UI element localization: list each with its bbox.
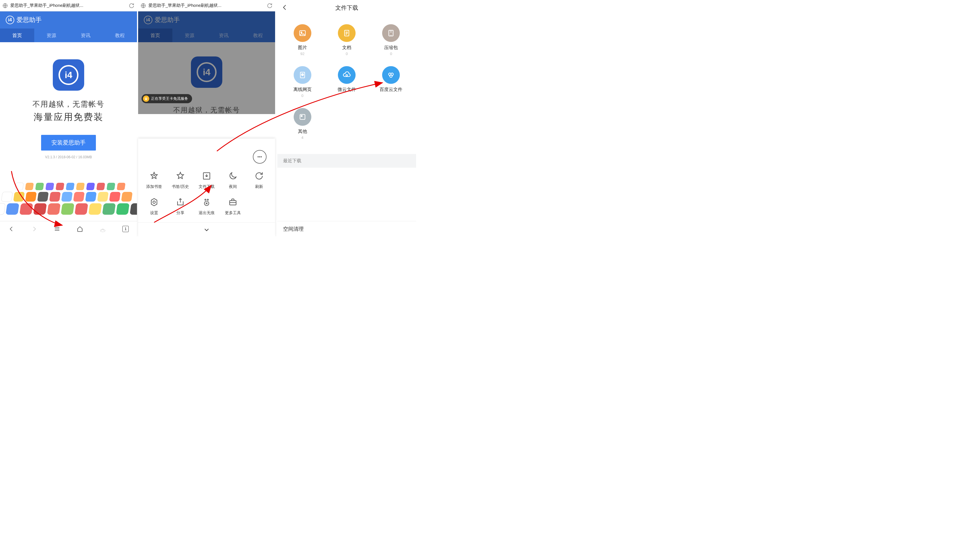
feedback-button[interactable] (253, 150, 267, 164)
svg-rect-5 (47, 203, 61, 215)
menu-bookmarks-history[interactable]: 书签/历史 (167, 170, 194, 189)
svg-rect-11 (130, 203, 137, 215)
svg-point-40 (261, 157, 262, 157)
svg-point-44 (205, 199, 206, 200)
app-meta: V2.1.3 / 2018-06-02 / 16.03MB (0, 155, 137, 159)
menu-row-1: 添加书签 书签/历史 文件下载 夜间 (138, 170, 275, 196)
recent-downloads-header: 最近下载 (277, 154, 416, 168)
category-archives[interactable]: 压缩包 0 (369, 24, 413, 56)
star-plus-icon (148, 170, 160, 182)
nav-incognito[interactable] (98, 225, 107, 233)
svg-rect-31 (96, 183, 105, 190)
tab-resources[interactable]: 资源 (34, 28, 68, 42)
svg-rect-32 (106, 183, 115, 190)
menu-night-mode[interactable]: 夜间 (220, 170, 246, 189)
menu-row-2: 设置 分享 退出无痕 更多工具 (138, 196, 275, 222)
tab-home[interactable]: 首页 (0, 28, 34, 42)
nav-tabs[interactable]: 1 (121, 225, 130, 233)
svg-rect-23 (15, 183, 24, 190)
svg-rect-20 (97, 192, 108, 202)
svg-rect-29 (76, 183, 85, 190)
svg-rect-12 (1, 192, 13, 202)
browser-bottom-nav: 1 (0, 221, 137, 237)
sheet-collapse[interactable] (138, 222, 275, 237)
menu-settings[interactable]: 设置 (141, 196, 167, 216)
storage-cleanup-button[interactable]: 空间清理 (277, 221, 416, 237)
wangka-banner[interactable]: ♛ 正在享受王卡免流服务 (141, 94, 192, 103)
svg-point-45 (207, 199, 208, 200)
install-button[interactable]: 安装爱思助手 (41, 135, 96, 150)
tab-home: 首页 (138, 28, 172, 42)
gear-icon (148, 196, 160, 208)
back-button[interactable] (282, 4, 288, 11)
category-documents[interactable]: 文档 0 (325, 24, 369, 56)
menu-more-tools[interactable]: 更多工具 (220, 196, 246, 216)
reload-icon[interactable] (128, 3, 135, 9)
globe-icon (141, 3, 146, 8)
chevron-down-icon (203, 226, 211, 233)
svg-marker-42 (151, 198, 157, 206)
toolbox-icon (227, 196, 239, 208)
tab-tutorials[interactable]: 教程 (103, 28, 137, 42)
app-icon-glyph: i4 (58, 65, 78, 85)
globe-icon (2, 3, 8, 8)
weiyun-icon (338, 66, 356, 84)
sheet-header (138, 139, 275, 170)
screenshot-2: 爱思助手_苹果助手_iPhone刷机越狱... i4爱思助手 首页 资源 资讯 … (138, 0, 275, 237)
svg-rect-25 (35, 183, 44, 190)
screenshot-1: 爱思助手_苹果助手_iPhone刷机越狱... i4 爱思助手 首页 资源 资讯… (0, 0, 137, 237)
nav-menu[interactable] (53, 225, 61, 233)
svg-rect-10 (116, 203, 129, 215)
incognito-exit-icon (201, 196, 212, 208)
star-icon (174, 170, 186, 182)
nav-forward[interactable] (30, 225, 38, 233)
address-bar[interactable]: 爱思助手_苹果助手_iPhone刷机越狱... (0, 0, 137, 12)
menu-file-download[interactable]: 文件下载 (194, 170, 220, 189)
moon-icon (227, 170, 239, 182)
svg-rect-6 (61, 203, 75, 215)
svg-rect-19 (85, 192, 96, 202)
page-title: 文件下载 (335, 4, 358, 12)
nav-home[interactable] (76, 225, 84, 233)
tab-news: 资讯 (207, 28, 241, 42)
menu-share[interactable]: 分享 (167, 196, 194, 216)
site-header: i4爱思助手 首页 资源 资讯 教程 (138, 12, 275, 42)
site-tabs: 首页 资源 资讯 教程 (0, 28, 137, 42)
svg-rect-9 (102, 203, 116, 215)
tab-resources: 资源 (172, 28, 207, 42)
svg-rect-1 (0, 203, 5, 215)
share-icon (174, 196, 186, 208)
svg-rect-13 (13, 192, 25, 202)
baidu-cloud-icon (382, 66, 400, 84)
screenshot-3: 文件下载 图片 92 文档 0 压缩包 0 离线 (277, 0, 416, 237)
svg-rect-33 (117, 183, 126, 190)
menu-exit-incognito[interactable]: 退出无痕 (194, 196, 220, 216)
page-header: 文件下载 (277, 0, 416, 16)
site-header: i4 爱思助手 首页 资源 资讯 教程 (0, 12, 137, 42)
category-images[interactable]: 图片 92 (280, 24, 325, 56)
tab-tutorials: 教程 (241, 28, 275, 42)
nav-back[interactable] (7, 225, 16, 233)
svg-point-49 (301, 32, 302, 33)
address-title: 爱思助手_苹果助手_iPhone刷机越狱... (148, 3, 265, 8)
category-weiyun-files[interactable]: 微云文件 (325, 66, 369, 98)
svg-rect-18 (73, 192, 85, 202)
page-content: i4 不用越狱，无需帐号 海量应用免费装 安装爱思助手 V2.1.3 / 201… (0, 59, 137, 159)
crown-icon: ♛ (143, 96, 149, 102)
brand-name: 爱思助手 (17, 16, 41, 24)
category-offline-pages[interactable]: 离线网页 0 (280, 66, 325, 98)
menu-add-bookmark[interactable]: 添加书签 (141, 170, 167, 189)
reload-icon[interactable] (267, 3, 273, 9)
svg-rect-3 (20, 203, 33, 215)
tab-news[interactable]: 资讯 (68, 28, 103, 42)
image-icon (293, 24, 312, 42)
background-app-grid (0, 178, 137, 221)
svg-rect-30 (86, 183, 95, 190)
headline-2: 海量应用免费装 (0, 111, 137, 124)
svg-rect-8 (88, 203, 102, 215)
address-bar[interactable]: 爱思助手_苹果助手_iPhone刷机越狱... (138, 0, 275, 12)
menu-sheet: 添加书签 书签/历史 文件下载 夜间 (138, 139, 275, 237)
category-other[interactable]: 其他 4 (280, 108, 325, 140)
menu-refresh[interactable]: 刷新 (246, 170, 272, 189)
category-baidu-cloud-files[interactable]: 百度云文件 (369, 66, 413, 98)
